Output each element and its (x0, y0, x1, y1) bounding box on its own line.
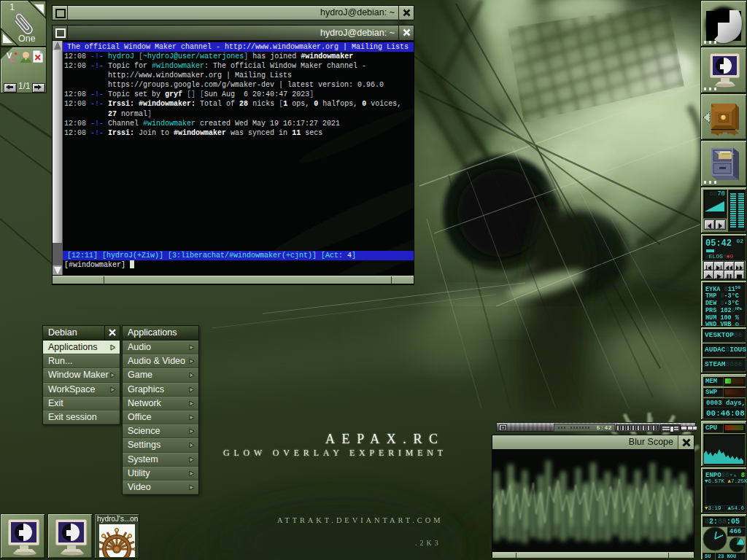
svg-text:.2K3: .2K3 (415, 539, 441, 547)
svg-text:GLOW OVERLAY EXPERIMENT: GLOW OVERLAY EXPERIMENT (223, 448, 447, 458)
svg-text:ATTRAKT.DEVIANTART.COM: ATTRAKT.DEVIANTART.COM (277, 516, 443, 524)
svg-text:c: c (10, 55, 15, 63)
svg-text:AEPAX.RC: AEPAX.RC (325, 432, 445, 446)
